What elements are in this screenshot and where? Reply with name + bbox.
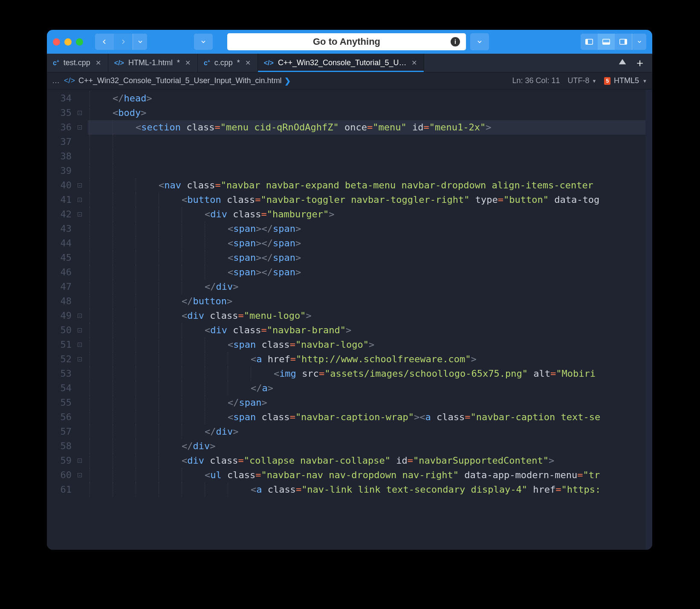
line-number[interactable]: 36 (47, 120, 72, 135)
line-number[interactable]: 46 (47, 265, 72, 280)
line-number[interactable]: 60 (47, 468, 72, 482)
close-icon[interactable]: ✕ (95, 59, 102, 67)
line-number[interactable]: 47 (47, 280, 72, 294)
fold-toggle[interactable] (78, 343, 82, 347)
tab-1[interactable]: </> HTML-1.html * ✕ (108, 54, 198, 72)
code-area[interactable]: </head> <body> <section class="menu cid-… (85, 89, 645, 550)
line-number[interactable]: 51 (47, 338, 72, 352)
code-line[interactable] (88, 149, 645, 164)
line-number[interactable]: 48 (47, 294, 72, 309)
code-line[interactable]: <span></span> (88, 265, 645, 280)
line-number[interactable]: 42 (47, 207, 72, 222)
line-number[interactable]: 59 (47, 453, 72, 468)
line-number[interactable]: 37 (47, 135, 72, 149)
line-number[interactable]: 35 (47, 106, 72, 120)
pane-bottom-button[interactable] (598, 34, 615, 50)
close-icon[interactable] (53, 38, 60, 46)
line-number[interactable]: 38 (47, 149, 72, 164)
tab-3[interactable]: </> C++_Win32_Console_Tutorial_5_U… ✕ (258, 54, 425, 72)
info-icon[interactable]: i (451, 37, 460, 46)
line-number[interactable]: 55 (47, 395, 72, 410)
language-selector[interactable]: 5 HTML5▼ (604, 76, 647, 85)
code-line[interactable]: <img src="assets/images/schoollogo-65x75… (88, 367, 645, 381)
line-number[interactable]: 58 (47, 439, 72, 453)
line-number[interactable]: 44 (47, 236, 72, 251)
code-line[interactable]: </head> (88, 91, 645, 106)
minimize-icon[interactable] (64, 38, 72, 46)
history-dropdown[interactable] (133, 34, 147, 50)
forward-button[interactable] (114, 34, 133, 50)
line-number[interactable]: 41 (47, 193, 72, 207)
code-line[interactable]: <span class="navbar-caption-wrap"><a cla… (88, 410, 645, 424)
line-number[interactable]: 50 (47, 323, 72, 338)
fold-toggle[interactable] (78, 328, 82, 332)
fold-column[interactable] (77, 89, 85, 550)
code-line[interactable]: <ul class="navbar-nav nav-dropdown nav-r… (88, 468, 645, 482)
line-number[interactable]: 52 (47, 352, 72, 367)
fold-toggle[interactable] (78, 314, 82, 318)
line-number[interactable]: 43 (47, 222, 72, 236)
code-line[interactable]: <div class="navbar-brand"> (88, 323, 645, 338)
code-line[interactable]: <span></span> (88, 222, 645, 236)
fold-toggle[interactable] (78, 198, 82, 202)
code-line[interactable]: <button class="navbar-toggler navbar-tog… (88, 193, 645, 207)
actions-dropdown[interactable] (194, 34, 213, 50)
goto-anything-input[interactable]: Go to Anything i (227, 33, 466, 50)
code-line[interactable]: <nav class="navbar navbar-expand beta-me… (88, 178, 645, 193)
close-icon[interactable]: ✕ (411, 59, 418, 67)
fold-toggle[interactable] (78, 212, 82, 216)
pane-left-button[interactable] (581, 34, 598, 50)
fold-toggle[interactable] (78, 125, 82, 130)
notifications-icon[interactable] (618, 58, 627, 68)
vertical-scrollbar[interactable] (645, 89, 652, 550)
close-icon[interactable]: ✕ (244, 59, 252, 67)
code-line[interactable]: <span></span> (88, 251, 645, 265)
line-number[interactable]: 39 (47, 164, 72, 178)
fold-toggle[interactable] (78, 459, 82, 463)
line-number[interactable]: 61 (47, 482, 72, 497)
code-line[interactable]: </div> (88, 280, 645, 294)
line-number[interactable]: 56 (47, 410, 72, 424)
chevron-right-icon[interactable]: ❯ (284, 76, 291, 86)
line-number[interactable]: 34 (47, 91, 72, 106)
line-number-gutter[interactable]: 3435363738394041424344454647484950515253… (47, 89, 77, 550)
code-line[interactable]: <section class="menu cid-qRnOdAghfZ" onc… (88, 120, 645, 135)
code-line[interactable]: </div> (88, 424, 645, 439)
tab-2[interactable]: c+ c.cpp * ✕ (198, 54, 258, 72)
code-line[interactable]: <div class="hamburger"> (88, 207, 645, 222)
code-line[interactable]: </button> (88, 294, 645, 309)
encoding-selector[interactable]: UTF-8▼ (568, 76, 597, 85)
breadcrumb-file[interactable]: C++_Win32_Console_Tutorial_5_User_Input_… (78, 76, 282, 85)
back-button[interactable] (95, 34, 114, 50)
line-number[interactable]: 57 (47, 424, 72, 439)
code-line[interactable]: <span class="navbar-logo"> (88, 338, 645, 352)
line-number[interactable]: 40 (47, 178, 72, 193)
code-line[interactable] (88, 135, 645, 149)
code-line[interactable]: <a class="nav-link link text-secondary d… (88, 482, 645, 497)
code-editor[interactable]: 3435363738394041424344454647484950515253… (47, 89, 652, 550)
line-number[interactable]: 49 (47, 309, 72, 323)
code-line[interactable]: <body> (88, 106, 645, 120)
new-tab-button[interactable]: ＋ (634, 55, 645, 70)
fold-toggle[interactable] (78, 473, 82, 477)
code-line[interactable]: </div> (88, 439, 645, 453)
line-number[interactable]: 45 (47, 251, 72, 265)
code-line[interactable]: <div class="collapse navbar-collapse" id… (88, 453, 645, 468)
line-number[interactable]: 54 (47, 381, 72, 395)
fold-toggle[interactable] (78, 111, 82, 115)
cursor-position[interactable]: Ln: 36 Col: 11 (512, 76, 560, 85)
fold-toggle[interactable] (78, 357, 82, 361)
code-line[interactable]: <span></span> (88, 236, 645, 251)
maximize-icon[interactable] (76, 38, 83, 46)
code-line[interactable] (88, 164, 645, 178)
code-line[interactable]: </span> (88, 395, 645, 410)
close-icon[interactable]: ✕ (184, 59, 191, 67)
code-line[interactable]: <div class="menu-logo"> (88, 309, 645, 323)
code-line[interactable]: </a> (88, 381, 645, 395)
goto-anything-dropdown[interactable] (470, 33, 489, 50)
fold-toggle[interactable] (78, 183, 82, 188)
line-number[interactable]: 53 (47, 367, 72, 381)
pane-dropdown[interactable] (632, 34, 646, 50)
breadcrumb-overflow[interactable]: … (52, 76, 60, 85)
pane-right-button[interactable] (615, 34, 632, 50)
